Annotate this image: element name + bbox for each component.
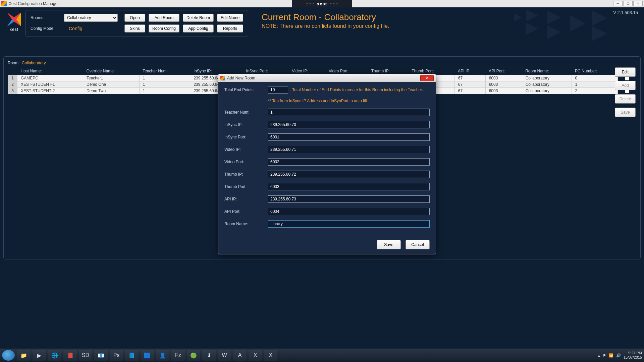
app-icon — [220, 76, 225, 80]
taskbar-item[interactable]: 📘 — [125, 350, 139, 361]
system-tray[interactable]: ▴ ⚑ 📶 🔊 5:27 PM 15/07/2015 — [598, 351, 642, 360]
taskbar-item[interactable]: ⬇ — [202, 350, 216, 361]
teacher-num-input[interactable] — [268, 109, 430, 116]
taskbar-item[interactable]: Fz — [171, 350, 185, 361]
add-room-dialog: Add New Room ✕ Total End Points: Total N… — [218, 74, 436, 254]
total-end-points-hint: Total Number of End Points to create for… — [292, 87, 423, 92]
modal-overlay: Add New Room ✕ Total End Points: Total N… — [0, 0, 644, 362]
clock[interactable]: 5:27 PM 15/07/2015 — [624, 351, 642, 360]
api-ip-input[interactable] — [268, 195, 430, 203]
network-icon[interactable]: 📶 — [609, 353, 613, 358]
dialog-cancel-button[interactable]: Cancel — [406, 240, 430, 249]
video-port-input[interactable] — [268, 158, 430, 166]
taskbar-item[interactable]: Ps — [110, 350, 123, 361]
taskbar-item[interactable]: 👤 — [156, 350, 169, 361]
room-name-input[interactable] — [268, 220, 430, 228]
tab-hint: ** Tab from InSync IP Address and InSynP… — [268, 99, 430, 103]
flag-icon[interactable]: ⚑ — [603, 353, 606, 358]
api-port-input[interactable] — [268, 208, 430, 215]
total-end-points-input[interactable] — [268, 86, 288, 94]
video-ip-input[interactable] — [268, 146, 430, 153]
start-button[interactable] — [2, 350, 15, 361]
taskbar-item[interactable]: 📧 — [94, 350, 108, 361]
taskbar-item[interactable]: A — [233, 350, 247, 361]
taskbar-item[interactable]: 📁 — [17, 350, 31, 361]
taskbar-item[interactable]: ▶ — [33, 350, 46, 361]
dialog-titlebar[interactable]: Add New Room ✕ — [218, 74, 436, 82]
dialog-close-button[interactable]: ✕ — [420, 75, 434, 81]
taskbar-item[interactable]: W — [218, 350, 231, 361]
insync-ip-input[interactable] — [268, 121, 430, 128]
thumb-ip-input[interactable] — [268, 171, 430, 178]
insync-port-input[interactable] — [268, 133, 430, 141]
taskbar-item[interactable]: 🟢 — [187, 350, 200, 361]
thumb-port-input[interactable] — [268, 183, 430, 190]
dialog-save-button[interactable]: Save — [377, 240, 401, 249]
taskbar-item[interactable]: 🟦 — [141, 350, 154, 361]
taskbar-item[interactable]: X — [264, 350, 277, 361]
taskbar-item[interactable]: X — [249, 350, 262, 361]
total-end-points-label: Total End Points: — [224, 87, 268, 92]
volume-icon[interactable]: 🔊 — [616, 353, 621, 358]
dialog-title: Add New Room — [227, 76, 255, 80]
taskbar-item[interactable]: SD — [79, 350, 92, 361]
taskbar-item[interactable]: 🌐 — [48, 350, 61, 361]
taskbar: 📁▶🌐📕SD📧Ps📘🟦👤Fz🟢⬇WAXX ▴ ⚑ 📶 🔊 5:27 PM 15/… — [0, 349, 644, 362]
taskbar-item[interactable]: 📕 — [63, 350, 77, 361]
tray-arrow-icon[interactable]: ▴ — [598, 353, 600, 358]
